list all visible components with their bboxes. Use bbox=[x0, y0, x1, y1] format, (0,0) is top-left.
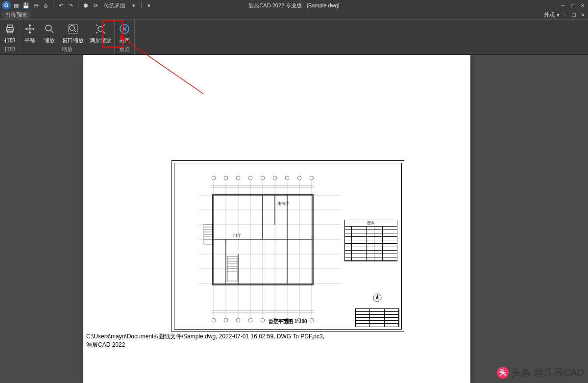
svg-point-33 bbox=[310, 176, 314, 180]
svg-point-29 bbox=[261, 176, 265, 180]
svg-point-6 bbox=[98, 26, 103, 31]
svg-point-28 bbox=[248, 176, 252, 180]
svg-point-25 bbox=[212, 176, 216, 180]
svg-point-31 bbox=[285, 176, 289, 180]
maximize-button[interactable]: □ bbox=[569, 2, 576, 9]
doc-minimize-button[interactable]: ─ bbox=[562, 12, 568, 19]
print-button[interactable]: 打印 bbox=[0, 21, 20, 45]
printer-icon bbox=[3, 22, 17, 36]
zoom-window-button[interactable]: 窗口缩放 bbox=[59, 21, 87, 45]
north-arrow-icon bbox=[373, 293, 382, 302]
svg-point-4 bbox=[70, 26, 74, 30]
open-icon[interactable]: 🗁 bbox=[32, 2, 39, 9]
new-icon[interactable]: ▦ bbox=[13, 2, 20, 9]
doc-restore-button[interactable]: ❐ bbox=[570, 12, 577, 19]
preview-canvas[interactable]: 接待厅 门厅 图表 bbox=[0, 55, 588, 383]
ui-style-label[interactable]: 传统界面 bbox=[102, 2, 127, 9]
room-label: 接待厅 bbox=[277, 202, 289, 206]
close-button[interactable]: ✕ bbox=[579, 2, 586, 9]
tab-strip: 打印预览 外观 ▾ ─ ❐ ✕ bbox=[0, 11, 588, 20]
svg-point-26 bbox=[224, 176, 228, 180]
print-info-text: C:\Users\mayn\Documents\图纸文件\Sample.dwg,… bbox=[86, 332, 466, 349]
pan-icon bbox=[23, 22, 37, 36]
save-icon[interactable]: 💾 bbox=[23, 2, 29, 9]
magnify-icon bbox=[43, 22, 56, 36]
group-title-print: 打印 bbox=[4, 45, 15, 53]
toutiao-icon: 头 bbox=[497, 367, 509, 379]
quick-access-toolbar: ▦ 💾 🗁 ⎙ ↶ ↷ ⬢ ⟳ 传统界面 ▾ ▾ bbox=[13, 2, 152, 9]
redo-icon[interactable]: ↷ bbox=[67, 2, 74, 9]
legend-table: 图表 bbox=[344, 220, 397, 261]
svg-point-32 bbox=[297, 176, 301, 180]
room-label: 门厅 bbox=[233, 233, 241, 238]
ribbon-group-zoom: 平移 缩放 窗口缩放 满屏缩放 缩放 bbox=[20, 20, 115, 54]
ribbon-toolbar: 打印 打印 平移 缩放 窗口缩放 bbox=[0, 20, 588, 55]
close-preview-button[interactable]: 关闭 bbox=[115, 21, 134, 45]
print-icon[interactable]: ⎙ bbox=[42, 2, 49, 9]
paper-sheet: 接待厅 门厅 图表 bbox=[83, 55, 470, 383]
zoom-fit-button[interactable]: 满屏缩放 bbox=[87, 21, 114, 45]
undo-icon[interactable]: ↶ bbox=[57, 2, 64, 9]
appearance-menu[interactable]: 外观 bbox=[544, 11, 555, 19]
svg-point-3 bbox=[46, 25, 51, 31]
refresh-icon[interactable]: ⟳ bbox=[92, 2, 99, 9]
svg-point-30 bbox=[273, 176, 277, 180]
zoom-button[interactable]: 缩放 bbox=[40, 21, 59, 45]
window-controls: ─ □ ✕ bbox=[560, 2, 586, 9]
drawing-border: 接待厅 门厅 图表 bbox=[172, 160, 404, 332]
appearance-dropdown-icon[interactable]: ▾ bbox=[557, 12, 560, 18]
svg-point-27 bbox=[236, 176, 240, 180]
watermark: 头 头条 @浩辰CAD bbox=[497, 366, 584, 379]
tab-print-preview[interactable]: 打印预览 bbox=[2, 11, 31, 19]
ribbon-group-preview: 关闭 预览 bbox=[115, 20, 135, 54]
cube-icon[interactable]: ⬢ bbox=[82, 2, 89, 9]
minimize-button[interactable]: ─ bbox=[560, 2, 566, 9]
floor-plan: 接待厅 门厅 bbox=[199, 176, 341, 323]
more-icon[interactable]: ▾ bbox=[146, 2, 152, 9]
dropdown-icon[interactable]: ▾ bbox=[130, 2, 137, 9]
window-title: 浩辰CAD 2022 专业版 - [Sample.dwg] bbox=[248, 2, 339, 9]
title-bar: G ▦ 💾 🗁 ⎙ ↶ ↷ ⬢ ⟳ 传统界面 ▾ ▾ 浩辰CAD 2022 专业… bbox=[0, 0, 588, 11]
pan-button[interactable]: 平移 bbox=[20, 21, 40, 45]
zoom-window-icon bbox=[66, 22, 80, 36]
doc-close-button[interactable]: ✕ bbox=[579, 12, 586, 19]
ribbon-group-print: 打印 打印 bbox=[0, 20, 20, 54]
close-circle-icon bbox=[118, 22, 131, 36]
zoom-fit-icon bbox=[94, 22, 107, 36]
group-title-zoom: 缩放 bbox=[62, 45, 73, 53]
svg-rect-1 bbox=[7, 25, 12, 27]
group-title-preview: 预览 bbox=[119, 45, 130, 53]
drawing-title: 首层平面图 1:100 bbox=[174, 318, 401, 325]
watermark-text: 头条 @浩辰CAD bbox=[512, 366, 584, 379]
app-logo-icon: G bbox=[2, 1, 11, 10]
